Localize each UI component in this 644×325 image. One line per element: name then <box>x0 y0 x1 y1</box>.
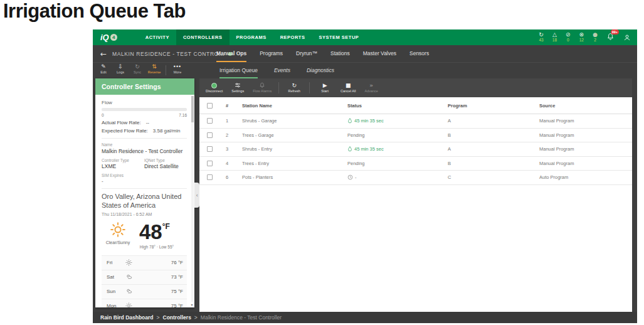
sync-button[interactable]: ↻ Sync <box>132 64 143 75</box>
error-counter[interactable]: ⊗ 12 <box>579 32 584 43</box>
breadcrumb-controllers[interactable]: Controllers <box>163 314 191 321</box>
controller-name: MALKIN RESIDENCE - TEST CONTRO... <box>112 51 224 57</box>
col-source: Source <box>539 103 632 109</box>
actual-flow-value: -- <box>146 120 149 125</box>
status-cell: - <box>347 174 448 180</box>
forecast-row-sat: Sat 73 °F <box>102 270 187 284</box>
row-checkbox[interactable] <box>207 161 213 166</box>
tab-programs[interactable]: Programs <box>260 45 283 62</box>
row-checkbox[interactable] <box>207 146 213 152</box>
subtab-diagnostics[interactable]: Diagnostics <box>307 63 334 78</box>
program-cell: B <box>448 132 539 138</box>
back-button[interactable]: ← <box>100 50 107 58</box>
offline-counter[interactable]: ⊘ 0 <box>566 32 571 43</box>
settings-sliders-icon <box>235 82 241 88</box>
sun-icon <box>110 221 126 238</box>
circle-slash-icon: ⊘ <box>566 32 571 38</box>
status-cell: Pending <box>347 161 448 166</box>
panel-scrollbar-thumb[interactable] <box>191 96 194 122</box>
breadcrumb-current: Malkin Residence - Test Controller <box>201 314 282 321</box>
controller-bar: ← MALKIN RESIDENCE - TEST CONTRO... Manu… <box>93 45 637 62</box>
refresh-button[interactable]: ↻ Refresh <box>286 82 302 93</box>
app-window: iQ 4 ACTIVITY CONTROLLERS PROGRAMS REPOR… <box>93 29 637 323</box>
sync-counter[interactable]: ↻ 43 <box>539 32 544 43</box>
controller-tabs: Manual Ops Programs Dryrun™ Stations Mas… <box>216 45 429 62</box>
row-checkbox[interactable] <box>207 132 213 138</box>
sun-icon <box>125 302 132 307</box>
expected-flow-label: Expected Flow Rate: <box>102 128 148 134</box>
settings-button[interactable]: Settings <box>230 82 246 93</box>
disconnect-button[interactable]: Disconnect <box>206 82 223 93</box>
weather-condition: Clear/Sunny <box>106 240 130 245</box>
flow-alarms-button[interactable]: Flow Alarms <box>253 82 272 93</box>
more-button[interactable]: ••• More <box>172 64 183 75</box>
controller-name-value: Malkin Residence - Test Controller <box>102 148 187 154</box>
tab-dryrun[interactable]: Dryrun™ <box>296 45 317 62</box>
flow-gauge <box>102 108 187 111</box>
fast-forward-icon: » <box>369 82 373 88</box>
iqnet-type-label: IQNet Type <box>144 158 187 162</box>
panel-body: Flow 0 7.16 Actual Flow Rate: -- Expecte… <box>95 95 194 307</box>
water-drop-icon <box>347 146 352 152</box>
stop-icon: ■ <box>346 82 351 88</box>
cancel-all-button[interactable]: ■ Cancel All <box>340 82 356 93</box>
panel-title: Controller Settings <box>95 78 194 95</box>
table-row[interactable]: 1 Shrubs - Garage 45 min 35 sec A Manual… <box>199 114 632 129</box>
warning-counter[interactable]: △ 18 <box>552 32 557 43</box>
scroll-down-arrow[interactable]: ▾ <box>189 302 194 307</box>
row-checkbox[interactable] <box>207 118 213 124</box>
status-cell: 45 min 35 sec <box>347 146 448 152</box>
edit-button[interactable]: ✎ Edit <box>98 64 109 75</box>
iq-logo[interactable]: iQ 4 <box>100 33 117 42</box>
table-row[interactable]: 4 Trees - Entry Pending B Manual Program <box>199 157 632 171</box>
breadcrumb-bar: Rain Bird Dashboard > Controllers > Malk… <box>93 312 637 323</box>
tab-stations[interactable]: Stations <box>330 45 350 62</box>
nav-programs[interactable]: PROGRAMS <box>230 29 273 45</box>
tab-master-valves[interactable]: Master Valves <box>363 45 396 62</box>
reverse-arrows-icon: ⇅ <box>152 64 157 70</box>
logo-text: iQ <box>100 33 109 42</box>
logs-button[interactable]: ⇩ Logs <box>115 64 126 75</box>
tab-sensors[interactable]: Sensors <box>409 45 429 62</box>
weather-location: Oro Valley, Arizona United States of Ame… <box>102 193 187 210</box>
user-icon[interactable] <box>623 34 631 41</box>
play-icon: ▶ <box>323 82 327 88</box>
table-row[interactable]: 2 Trees - Garage Pending B Manual Progra… <box>199 129 632 143</box>
status-cell: Pending <box>347 132 448 138</box>
select-all-checkbox[interactable] <box>207 103 213 109</box>
weather-datetime: Thu 11/18/2021 - 6:52 AM <box>102 212 187 216</box>
forecast-row-sun: Sun 75 °F <box>102 284 187 299</box>
nav-controllers[interactable]: CONTROLLERS <box>176 29 230 45</box>
nav-reports[interactable]: REPORTS <box>273 29 312 45</box>
tab-manual-ops[interactable]: Manual Ops <box>216 45 246 62</box>
logo-version-badge: 4 <box>110 34 117 41</box>
table-header: # Station Name Status Program Source <box>199 97 632 114</box>
table-row[interactable]: 6 Pots - Planters - C Auto Program <box>199 171 632 185</box>
flow-label: Flow <box>102 100 187 105</box>
irrigation-queue-panel: Disconnect Settings Flow Alarms ↻ Refres… <box>199 78 632 312</box>
source-cell: Manual Program <box>539 146 632 152</box>
notifications-button[interactable]: 99+ <box>606 32 615 43</box>
table-row[interactable]: 3 Shrubs - Entry 45 min 35 sec A Manual … <box>199 142 632 157</box>
breadcrumb-dashboard[interactable]: Rain Bird Dashboard <box>100 314 154 321</box>
manual-ops-subtabs: Irrigation Queue Events Diagnostics <box>219 63 334 78</box>
refresh-icon: ↻ <box>292 82 297 88</box>
subtab-events[interactable]: Events <box>274 63 290 78</box>
nav-activity[interactable]: ACTIVITY <box>139 29 176 45</box>
online-dot-icon: ● <box>593 32 598 38</box>
clock-icon <box>347 174 353 180</box>
online-counter[interactable]: ● 2 <box>593 32 598 43</box>
pencil-icon: ✎ <box>101 64 106 70</box>
start-button[interactable]: ▶ Start <box>317 82 333 93</box>
reverse-button[interactable]: ⇅ Reverse <box>149 64 160 75</box>
sidebar-collapse-handle[interactable]: ‹ <box>194 183 199 208</box>
panel-scrollbar-track[interactable] <box>191 96 194 303</box>
nav-system-setup[interactable]: SYSTEM SETUP <box>312 29 366 45</box>
subtab-irrigation-queue[interactable]: Irrigation Queue <box>219 63 258 78</box>
program-cell: A <box>448 146 539 152</box>
weather-hilo: High 78° · Low 55° <box>140 245 174 249</box>
temperature-value: 48 <box>139 221 162 242</box>
advance-button[interactable]: » Advance <box>363 82 379 93</box>
col-status: Status <box>347 103 448 109</box>
row-checkbox[interactable] <box>207 174 213 180</box>
